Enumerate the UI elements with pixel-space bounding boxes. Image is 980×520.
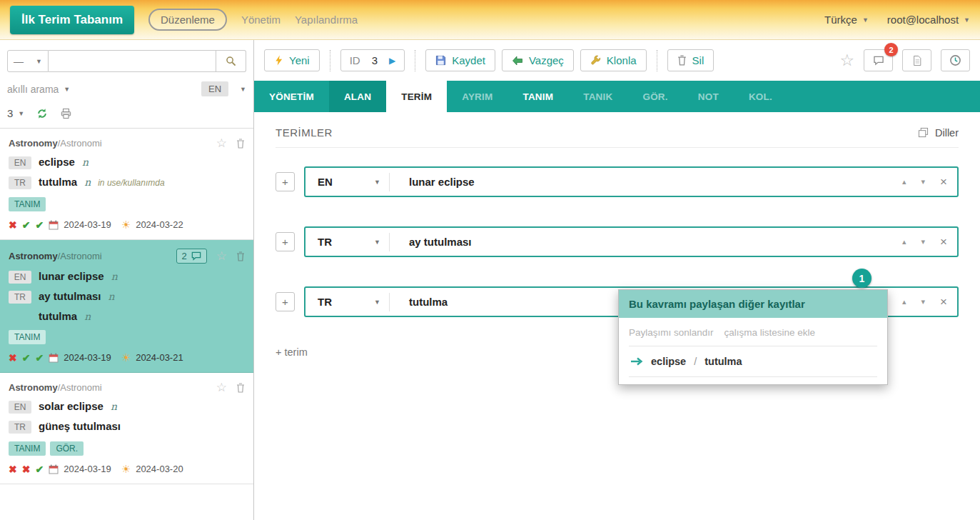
- nav-yapilandirma[interactable]: Yapılandırma: [295, 14, 358, 26]
- status-check-icon: ✔: [35, 464, 44, 474]
- comment-count-chip[interactable]: 2: [176, 249, 207, 264]
- id-navigator[interactable]: ID 3 ▶: [340, 49, 405, 71]
- section-tag: GÖR.: [50, 441, 84, 456]
- remove-term-icon[interactable]: ×: [940, 296, 947, 308]
- section-tag: TANIM: [9, 441, 46, 456]
- term-language-value: EN: [318, 176, 333, 188]
- insert-term-button[interactable]: +: [276, 232, 295, 251]
- term-language-value: TR: [318, 236, 332, 248]
- tab-alan[interactable]: ALAN: [329, 81, 386, 112]
- next-record-icon[interactable]: ▶: [389, 56, 395, 66]
- smart-search-toggle[interactable]: akıllı arama ▼: [7, 84, 70, 95]
- tab-terim[interactable]: TERİM: [386, 81, 447, 112]
- lang-badge: TR: [9, 421, 31, 434]
- term-row: + TR ▼ ay tutulması ▴ ▾ ×: [276, 226, 959, 257]
- term-text: solar eclipse: [39, 400, 103, 412]
- search-button[interactable]: [216, 50, 246, 72]
- delete-entry-icon[interactable]: [236, 383, 245, 393]
- delete-entry-icon[interactable]: [236, 139, 245, 149]
- date-created: 2024-03-19: [64, 352, 111, 363]
- search-language-badge[interactable]: EN: [201, 81, 228, 96]
- move-up-icon[interactable]: ▴: [902, 237, 906, 246]
- delete-button[interactable]: Sil: [667, 49, 714, 71]
- tab-tanim[interactable]: TANIM: [507, 81, 568, 112]
- remove-term-icon[interactable]: ×: [940, 236, 947, 248]
- section-tag: TANIM: [9, 197, 46, 211]
- delete-entry-icon[interactable]: [236, 251, 245, 261]
- terms-panel: TERİMLER Diller + EN ▼ lunar eclipse: [254, 112, 980, 520]
- status-cross-icon: ✖: [9, 353, 17, 363]
- favorite-star-icon[interactable]: ☆: [216, 250, 227, 262]
- tab-gor[interactable]: GÖR.: [627, 81, 682, 112]
- cancel-button-label: Vazgeç: [529, 54, 564, 66]
- calendar-icon: [49, 464, 59, 474]
- term-value[interactable]: lunar eclipse: [409, 176, 902, 188]
- wrench-icon: [590, 55, 601, 66]
- panel-title: TERİMLER: [276, 126, 333, 139]
- entry-domain: Astronomy: [9, 251, 58, 261]
- add-to-worklist-link[interactable]: çalışma listesine ekle: [724, 327, 816, 338]
- insert-term-button[interactable]: +: [276, 292, 295, 311]
- chevron-down-icon[interactable]: ▼: [240, 86, 246, 93]
- term-entry-selected[interactable]: Astronomy/Astronomi 2 ☆ EN lunar eclipse…: [0, 240, 253, 373]
- save-button-label: Kaydet: [452, 54, 485, 66]
- remove-term-icon[interactable]: ×: [940, 176, 947, 188]
- clone-button[interactable]: Klonla: [580, 49, 647, 71]
- floppy-disk-icon: [435, 55, 446, 66]
- toolbar-separator: [415, 50, 415, 71]
- clock-icon: [949, 54, 961, 66]
- app-title[interactable]: İlk Terim Tabanım: [10, 6, 134, 34]
- section-tag: TANIM: [9, 330, 46, 344]
- favorite-star-icon[interactable]: ☆: [216, 381, 227, 394]
- report-button[interactable]: [902, 49, 931, 71]
- term-language-select[interactable]: TR ▼: [305, 293, 390, 311]
- new-button[interactable]: Yeni: [264, 49, 320, 71]
- chevron-down-icon: ▼: [964, 16, 970, 24]
- move-up-icon[interactable]: ▴: [902, 297, 906, 306]
- move-down-icon[interactable]: ▾: [921, 177, 926, 186]
- move-down-icon[interactable]: ▾: [921, 237, 926, 246]
- pos-label: n: [82, 156, 89, 168]
- result-count-dropdown[interactable]: 3 ▼: [7, 107, 24, 119]
- tab-yonetim[interactable]: YÖNETİM: [254, 81, 329, 112]
- favorite-record-icon[interactable]: ☆: [839, 52, 854, 69]
- term-language-select[interactable]: EN ▼: [305, 173, 390, 191]
- insert-term-button[interactable]: +: [276, 172, 295, 191]
- user-menu[interactable]: root@localhost ▼: [887, 14, 970, 26]
- nav-yonetim[interactable]: Yönetim: [241, 14, 281, 26]
- languages-button[interactable]: Diller: [918, 127, 959, 139]
- history-button[interactable]: [941, 49, 970, 71]
- cancel-button[interactable]: Vazgeç: [502, 49, 574, 71]
- comments-button[interactable]: 2: [864, 49, 893, 71]
- nav-duzenleme[interactable]: Düzenleme: [148, 9, 227, 31]
- term-value[interactable]: ay tutulması: [409, 236, 902, 248]
- end-share-link[interactable]: Paylaşımı sonlandır: [629, 327, 714, 338]
- search-input[interactable]: [49, 50, 216, 72]
- tab-kol[interactable]: KOL.: [734, 81, 787, 112]
- date-created: 2024-03-19: [64, 464, 111, 474]
- save-button[interactable]: Kaydet: [425, 49, 495, 71]
- linked-term-b: tutulma: [704, 356, 742, 367]
- move-down-icon[interactable]: ▾: [921, 297, 926, 306]
- linked-record-item[interactable]: eclipse / tutulma: [629, 346, 877, 377]
- usage-note: in use/kullanımda: [98, 178, 164, 188]
- tab-not[interactable]: NOT: [683, 81, 734, 112]
- favorite-star-icon[interactable]: ☆: [216, 137, 227, 149]
- move-up-icon[interactable]: ▴: [902, 177, 906, 186]
- id-label: ID: [350, 54, 360, 66]
- tab-ayrim[interactable]: AYRIM: [447, 81, 507, 112]
- new-button-label: Yeni: [289, 54, 310, 66]
- language-selector[interactable]: Türkçe ▼: [824, 14, 869, 26]
- toolbar-separator: [330, 50, 330, 71]
- sun-icon: ☀: [121, 219, 131, 230]
- filter-dropdown[interactable]: — ▼: [7, 50, 49, 72]
- tab-tanik[interactable]: TANIK: [568, 81, 627, 112]
- print-button[interactable]: [60, 108, 72, 119]
- chevron-down-icon: ▼: [18, 110, 24, 117]
- term-entry[interactable]: Astronomy/Astronomi ☆ EN eclipse n TR tu…: [0, 129, 253, 240]
- term-language-select[interactable]: TR ▼: [305, 233, 390, 251]
- date-modified: 2024-03-22: [136, 219, 183, 230]
- shared-records-popup: 1 Bu kavramı paylaşan diğer kayıtlar Pay…: [618, 289, 888, 385]
- term-entry[interactable]: Astronomy/Astronomi ☆ EN solar eclipse n…: [0, 373, 253, 484]
- refresh-button[interactable]: [36, 108, 48, 119]
